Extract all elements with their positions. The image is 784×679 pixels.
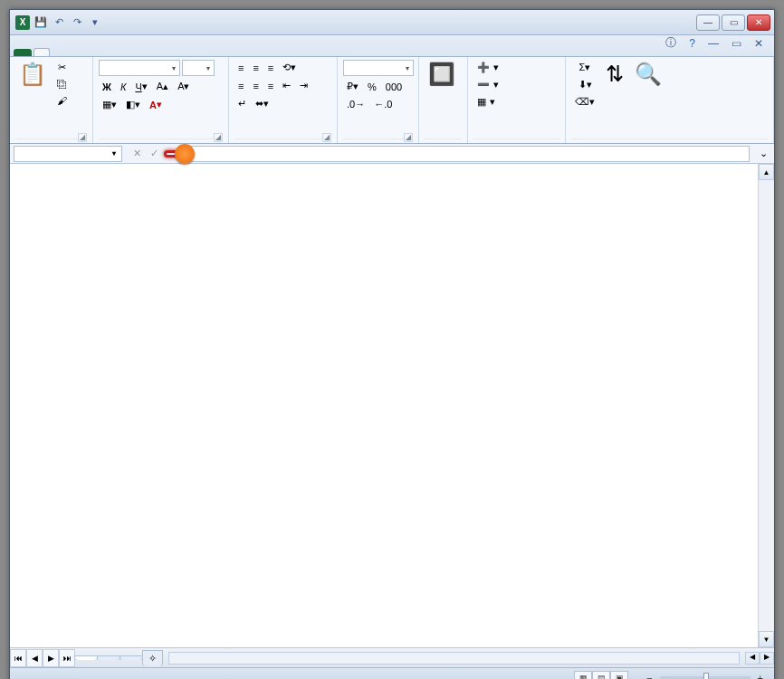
number-dialog-icon[interactable]: ◢ [404,133,413,142]
copy-icon[interactable]: ⿻ [53,77,71,91]
formula-input[interactable] [186,146,750,162]
grow-font-icon[interactable]: A▴ [153,79,172,94]
help-icon[interactable]: ? [685,33,699,53]
tab-insert[interactable] [50,48,66,56]
name-box[interactable]: ▾ [14,146,122,162]
scroll-up-icon[interactable]: ▲ [759,164,774,180]
font-dialog-icon[interactable]: ◢ [214,133,223,142]
page-break-view-icon[interactable]: ▣ [610,671,628,680]
align-right-icon[interactable]: ≡ [264,78,277,93]
font-size-combo[interactable]: ▾ [182,60,215,76]
delete-cells-button[interactable]: ➖▾ [473,77,502,92]
insert-cells-button[interactable]: ➕▾ [473,60,502,75]
bold-button[interactable]: Ж [99,79,115,94]
indent-inc-icon[interactable]: ⇥ [296,78,311,93]
scroll-right-icon[interactable]: ▶ [760,652,774,665]
underline-button[interactable]: Ч▾ [131,79,150,94]
tab-foxit[interactable] [180,48,196,56]
align-bottom-icon[interactable]: ≡ [264,60,277,75]
wrap-text-icon[interactable]: ↵ [234,96,250,111]
minimize-ribbon-icon[interactable]: ⓘ [662,33,680,53]
format-painter-icon[interactable]: 🖌 [53,93,71,108]
sheet-prev-icon[interactable]: ◀ [26,649,43,667]
merge-center-icon[interactable]: ⬌▾ [252,96,272,111]
page-layout-view-icon[interactable]: ▤ [592,671,610,680]
sheet-tab-bar: ⏮ ◀ ▶ ⏭ ✧ ◀ ▶ [10,647,774,667]
tab-addins[interactable] [164,48,180,56]
tab-developer[interactable] [148,48,164,56]
clipboard-dialog-icon[interactable]: ◢ [78,133,87,142]
fill-icon[interactable]: ⬇▾ [571,77,598,92]
cancel-icon[interactable]: ✕ [129,146,145,161]
doc-min-icon[interactable]: — [704,33,722,53]
grid[interactable] [10,164,758,647]
align-left-icon[interactable]: ≡ [234,78,247,93]
comma-icon[interactable]: 000 [382,79,406,94]
tab-view[interactable] [131,48,148,56]
percent-icon[interactable]: % [364,79,380,94]
orientation-icon[interactable]: ⟲▾ [279,60,300,75]
expand-formula-bar-icon[interactable]: ⌄ [753,147,774,160]
cut-icon[interactable]: ✂ [53,60,71,75]
shrink-font-icon[interactable]: A▾ [174,79,193,94]
format-cells-button[interactable]: ▦▾ [473,94,499,110]
tab-file[interactable] [14,49,32,56]
sheet-tab-2[interactable] [97,655,120,660]
group-editing: Σ▾ ⬇▾ ⌫▾ ⇅ 🔍 [566,57,774,143]
fill-color-icon[interactable]: ◧▾ [122,97,144,112]
horizontal-scrollbar[interactable] [168,652,740,665]
titlebar: X 💾 ↶ ↷ ▾ — ▭ ✕ [10,10,774,35]
zoom-slider[interactable] [660,676,751,680]
save-icon[interactable]: 💾 [33,15,48,30]
align-top-icon[interactable]: ≡ [234,60,247,75]
sort-filter-button[interactable]: ⇅ [602,60,627,91]
autosum-icon[interactable]: Σ▾ [571,60,598,75]
align-dialog-icon[interactable]: ◢ [322,133,331,142]
font-name-combo[interactable]: ▾ [99,60,180,76]
align-center-icon[interactable]: ≡ [249,78,262,93]
tab-data[interactable] [99,48,115,56]
clear-icon[interactable]: ⌫▾ [571,94,598,110]
close-button[interactable]: ✕ [747,14,770,31]
sheet-tab-3[interactable] [120,655,143,660]
scroll-left-icon[interactable]: ◀ [745,652,760,665]
excel-window: X 💾 ↶ ↷ ▾ — ▭ ✕ ⓘ ? — ▭ ✕ [9,9,775,679]
font-color-icon[interactable]: A▾ [146,97,166,112]
scroll-down-icon[interactable]: ▼ [759,631,774,647]
undo-icon[interactable]: ↶ [52,15,66,30]
find-select-button[interactable]: 🔍 [631,60,665,91]
align-middle-icon[interactable]: ≡ [249,60,262,75]
indent-dec-icon[interactable]: ⇤ [279,78,294,93]
tab-home[interactable] [33,48,50,56]
paste-button[interactable]: 📋 [15,60,50,91]
normal-view-icon[interactable]: ▦ [574,671,592,680]
tab-layout[interactable] [66,48,82,56]
minimize-button[interactable]: — [696,14,720,31]
enter-icon[interactable]: ✓ [147,146,162,161]
tab-review[interactable] [115,48,131,56]
styles-icon: 🔲 [428,62,455,87]
tab-formulas[interactable] [82,48,99,56]
sheet-last-icon[interactable]: ⏭ [59,649,75,667]
doc-restore-icon[interactable]: ▭ [728,33,745,53]
italic-button[interactable]: К [117,79,129,94]
zoom-out-icon[interactable]: − [643,671,655,680]
qat-more-icon[interactable]: ▾ [88,15,102,30]
styles-button[interactable]: 🔲 [425,60,459,91]
maximize-button[interactable]: ▭ [722,14,745,31]
doc-close-icon[interactable]: ✕ [751,33,767,53]
number-format-combo[interactable]: ▾ [343,60,414,76]
tab-abbyy[interactable] [196,48,213,56]
new-sheet-icon[interactable]: ✧ [142,650,163,666]
inc-decimal-icon[interactable]: .0→ [343,97,368,111]
currency-icon[interactable]: ₽▾ [343,79,362,94]
borders-icon[interactable]: ▦▾ [99,97,120,112]
ribbon-tabs: ⓘ ? — ▭ ✕ [10,35,774,57]
sheet-first-icon[interactable]: ⏮ [10,649,26,667]
vertical-scrollbar[interactable]: ▲ ▼ [758,164,774,647]
dec-decimal-icon[interactable]: ←.0 [370,97,396,111]
sheet-next-icon[interactable]: ▶ [43,649,59,667]
redo-icon[interactable]: ↷ [70,15,84,30]
sheet-tab-1[interactable] [74,655,98,660]
zoom-in-icon[interactable]: + [754,671,767,680]
